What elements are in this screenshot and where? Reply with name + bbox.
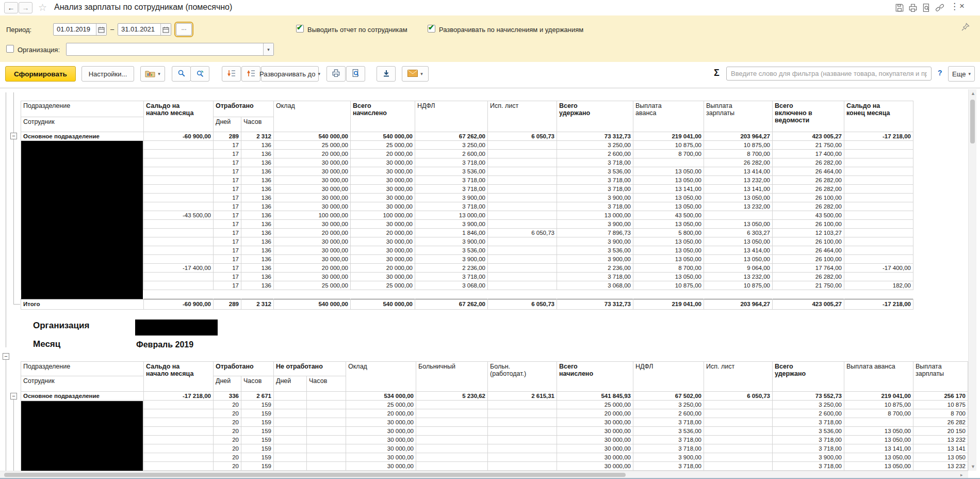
value-cell[interactable]: 6 050,73: [488, 132, 557, 141]
row-label-cell[interactable]: Основное подразделение: [21, 132, 144, 141]
value-cell[interactable]: 30 000,00: [351, 202, 415, 211]
value-cell[interactable]: 7 896,73: [557, 229, 633, 237]
value-cell[interactable]: [488, 246, 557, 255]
value-cell[interactable]: 3 900,00: [415, 237, 488, 246]
value-cell[interactable]: 3 900,00: [415, 194, 488, 202]
value-cell[interactable]: 3 718,00: [557, 202, 633, 211]
value-cell[interactable]: 17: [214, 220, 241, 229]
value-cell[interactable]: 30 000,00: [346, 444, 416, 453]
value-cell[interactable]: 3 718,00: [557, 185, 633, 194]
value-cell[interactable]: [144, 229, 214, 237]
value-cell[interactable]: 136: [241, 150, 274, 158]
value-cell[interactable]: 6 050,73: [488, 229, 557, 237]
value-cell[interactable]: [144, 418, 214, 427]
value-cell[interactable]: [488, 436, 557, 444]
value-cell[interactable]: 13 141,00: [844, 444, 913, 453]
value-cell[interactable]: 13 141,00: [704, 185, 773, 194]
value-cell[interactable]: 17: [214, 194, 241, 202]
value-cell[interactable]: [144, 150, 214, 158]
value-cell[interactable]: 26 464,00: [773, 246, 844, 255]
value-cell[interactable]: 3 068,00: [557, 281, 633, 290]
value-cell[interactable]: [844, 141, 913, 150]
value-cell[interactable]: 30 000,00: [274, 176, 351, 185]
value-cell[interactable]: [704, 427, 773, 436]
value-cell[interactable]: 3 250,00: [415, 141, 488, 150]
value-cell[interactable]: -60 900,00: [144, 132, 214, 141]
value-cell[interactable]: 30 000,00: [351, 176, 415, 185]
value-cell[interactable]: [704, 444, 773, 453]
value-cell[interactable]: [704, 453, 773, 462]
value-cell[interactable]: 2 312: [241, 299, 274, 310]
value-cell[interactable]: [844, 185, 913, 194]
value-cell[interactable]: 43 500,00: [633, 211, 704, 220]
print-button[interactable]: [326, 66, 346, 82]
value-cell[interactable]: [844, 418, 913, 427]
value-cell[interactable]: 13 050,00: [704, 194, 773, 202]
value-cell[interactable]: 136: [241, 246, 274, 255]
value-cell[interactable]: 256 170: [913, 392, 968, 401]
value-cell[interactable]: 20: [214, 444, 241, 453]
value-cell[interactable]: -17 218,00: [844, 299, 913, 310]
value-cell[interactable]: [844, 211, 913, 220]
group-collapse-button[interactable]: −: [10, 393, 17, 400]
value-cell[interactable]: 13 050,00: [633, 176, 704, 185]
value-cell[interactable]: [274, 409, 307, 418]
value-cell[interactable]: 10 875,00: [704, 141, 773, 150]
value-cell[interactable]: 13 141: [913, 444, 968, 453]
value-cell[interactable]: 3 536,00: [415, 246, 488, 255]
value-cell[interactable]: [144, 246, 214, 255]
value-cell[interactable]: 73 552,73: [773, 392, 844, 401]
value-cell[interactable]: 30 000,00: [346, 427, 416, 436]
value-cell[interactable]: [144, 273, 214, 281]
value-cell[interactable]: 3 536,00: [415, 167, 488, 176]
value-cell[interactable]: 3 536,00: [557, 167, 633, 176]
value-cell[interactable]: 3 718,00: [773, 436, 844, 444]
value-cell[interactable]: [488, 462, 557, 471]
value-cell[interactable]: 8 700,00: [633, 150, 704, 158]
value-cell[interactable]: [274, 427, 307, 436]
value-cell[interactable]: 13 000,00: [557, 211, 633, 220]
value-cell[interactable]: 20 000,00: [274, 229, 351, 237]
value-cell[interactable]: [274, 392, 307, 401]
value-cell[interactable]: 30 000,00: [274, 158, 351, 167]
value-cell[interactable]: 26 282,00: [704, 158, 773, 167]
value-cell[interactable]: 30 000,00: [274, 246, 351, 255]
value-cell[interactable]: 30 000,00: [274, 194, 351, 202]
value-cell[interactable]: 540 000,00: [351, 132, 415, 141]
value-cell[interactable]: [844, 167, 913, 176]
save-to-file-button[interactable]: [377, 66, 396, 82]
expand-all-button[interactable]: [222, 66, 241, 82]
value-cell[interactable]: [274, 418, 307, 427]
value-cell[interactable]: 13 050,00: [844, 427, 913, 436]
value-cell[interactable]: 3 536,00: [773, 427, 844, 436]
value-cell[interactable]: 30 000,00: [274, 167, 351, 176]
value-cell[interactable]: 3 536,00: [557, 246, 633, 255]
value-cell[interactable]: 73 312,73: [557, 299, 633, 310]
value-cell[interactable]: [144, 401, 214, 409]
value-cell[interactable]: [488, 409, 557, 418]
value-cell[interactable]: 540 000,00: [274, 299, 351, 310]
value-cell[interactable]: 6 050,73: [704, 392, 773, 401]
pin-icon[interactable]: [960, 22, 971, 34]
value-cell[interactable]: 3 718,00: [415, 185, 488, 194]
value-cell[interactable]: 10 875,00: [704, 281, 773, 290]
value-cell[interactable]: 3 900,00: [633, 453, 704, 462]
value-cell[interactable]: 136: [241, 211, 274, 220]
value-cell[interactable]: [144, 185, 214, 194]
value-cell[interactable]: 13 050,00: [704, 220, 773, 229]
value-cell[interactable]: 43 500,00: [773, 211, 844, 220]
value-cell[interactable]: 3 718,00: [773, 418, 844, 427]
value-cell[interactable]: 2 600,00: [557, 150, 633, 158]
value-cell[interactable]: 8 700,00: [844, 409, 913, 418]
value-cell[interactable]: 20 000,00: [351, 264, 415, 273]
value-cell[interactable]: 17 764,00: [773, 264, 844, 273]
value-cell[interactable]: 12 103,27: [773, 229, 844, 237]
value-cell[interactable]: 3 718,00: [633, 436, 704, 444]
value-cell[interactable]: 20: [214, 427, 241, 436]
value-cell[interactable]: 136: [241, 202, 274, 211]
value-cell[interactable]: [488, 418, 557, 427]
expand-to-button[interactable]: Разворачивать до▾: [261, 66, 319, 82]
value-cell[interactable]: 3 900,00: [557, 194, 633, 202]
value-cell[interactable]: [274, 453, 307, 462]
value-cell[interactable]: 30 000,00: [351, 255, 415, 264]
